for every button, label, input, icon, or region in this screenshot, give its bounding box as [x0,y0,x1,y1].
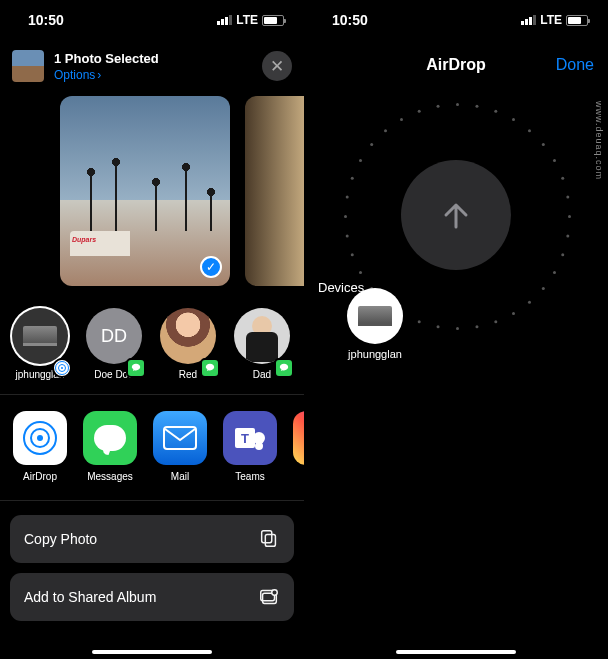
battery-icon [262,15,284,26]
carrier-label: LTE [540,13,562,27]
home-indicator[interactable] [92,650,212,654]
photo-preview-1[interactable]: Dupars ✓ [60,96,230,286]
signal-icon [217,15,232,25]
airdrop-badge-icon [52,358,72,378]
app-label: In [288,471,304,482]
svg-rect-0 [164,427,196,449]
close-button[interactable]: ✕ [262,51,292,81]
action-label: Copy Photo [24,531,97,547]
app-label: AirDrop [8,471,72,482]
app-mail[interactable]: Mail [148,411,212,482]
teams-icon: T [223,411,277,465]
arrow-up-icon [434,193,478,237]
airdrop-icon [13,411,67,465]
watermark: www.deuaq.com [594,101,604,180]
app-messages[interactable]: Messages [78,411,142,482]
app-teams[interactable]: T Teams [218,411,282,482]
device-jphungglan[interactable]: jphungglan [335,288,415,360]
airdrop-screen: 10:50 LTE AirDrop Done jphungglan Device… [304,0,608,659]
contact-jphungglan[interactable]: jphungglan [6,308,74,380]
share-title: 1 Photo Selected [54,51,159,66]
svg-point-5 [272,590,278,596]
device-label: jphungglan [335,348,415,360]
svg-rect-1 [265,534,275,546]
copy-icon [258,528,280,550]
status-bar: 10:50 LTE [304,0,608,40]
action-list: Copy Photo Add to Shared Album [0,501,304,635]
selected-thumbnail[interactable] [12,50,44,82]
options-link[interactable]: Options › [54,68,159,82]
status-bar: 10:50 LTE [0,0,304,40]
messages-icon [83,411,137,465]
carrier-label: LTE [236,13,258,27]
app-label: Messages [78,471,142,482]
avatar-initials: DD [86,308,142,364]
avatar-photo [234,308,290,364]
photo-preview-2[interactable] [245,96,304,286]
signal-icon [521,15,536,25]
done-button[interactable]: Done [556,56,594,74]
contact-red[interactable]: Red [154,308,222,380]
action-label: Add to Shared Album [24,589,156,605]
app-instagram[interactable]: In [288,411,304,482]
status-time: 10:50 [332,12,368,28]
selected-check-icon: ✓ [200,256,222,278]
share-sheet-screen: 10:50 LTE 1 Photo Selected Options › ✕ D… [0,0,304,659]
messages-badge-icon [126,358,146,378]
close-icon: ✕ [270,56,284,77]
device-avatar [347,288,403,344]
messages-badge-icon [200,358,220,378]
battery-icon [566,15,588,26]
airdrop-header: AirDrop Done [304,40,608,90]
app-airdrop[interactable]: AirDrop [8,411,72,482]
devices-heading: Devices [318,280,364,295]
instagram-icon [293,411,304,465]
status-right: LTE [521,13,588,27]
photo-preview-row[interactable]: Dupars ✓ [0,92,304,294]
chevron-right-icon: › [97,68,101,82]
share-contacts-row[interactable]: jphungglan DD Doe Doe Red Dad M [0,294,304,395]
app-label: Teams [218,471,282,482]
action-copy-photo[interactable]: Copy Photo [10,515,294,563]
messages-badge-icon [274,358,294,378]
photo-sign-text: Dupars [72,236,96,243]
contact-doe-doe[interactable]: DD Doe Doe [80,308,148,380]
avatar-laptop [12,308,68,364]
contact-dad[interactable]: Dad [228,308,296,380]
app-label: Mail [148,471,212,482]
home-indicator[interactable] [396,650,516,654]
status-time: 10:50 [28,12,64,28]
shared-album-icon [258,586,280,608]
svg-rect-2 [262,531,272,543]
share-header: 1 Photo Selected Options › ✕ [0,40,304,92]
mail-icon [153,411,207,465]
radar-center [401,160,511,270]
status-right: LTE [217,13,284,27]
airdrop-radar: jphungglan [341,100,571,330]
action-add-shared-album[interactable]: Add to Shared Album [10,573,294,621]
avatar-memoji [160,308,216,364]
share-apps-row[interactable]: AirDrop Messages Mail T Teams In [0,395,304,501]
